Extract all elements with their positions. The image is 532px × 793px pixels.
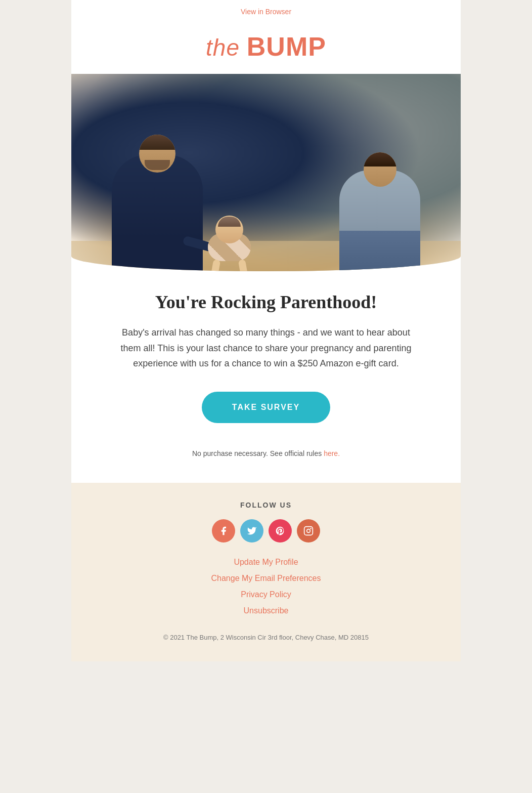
hero-image xyxy=(71,74,461,271)
disclaimer-text: No purchase necessary. See official rule… xyxy=(192,449,324,457)
footer-section: FOLLOW US xyxy=(71,483,461,661)
main-heading: You're Rocking Parenthood! xyxy=(112,291,420,313)
disclaimer: No purchase necessary. See official rule… xyxy=(112,449,420,457)
official-rules-link[interactable]: here. xyxy=(324,449,340,457)
change-email-link[interactable]: Change My Email Preferences xyxy=(92,574,440,583)
logo: the BUMP xyxy=(206,32,326,61)
svg-rect-0 xyxy=(304,526,313,535)
update-profile-link[interactable]: Update My Profile xyxy=(92,558,440,567)
follow-us-label: FOLLOW US xyxy=(92,501,440,509)
svg-point-2 xyxy=(310,528,312,529)
email-wrapper: View in Browser the BUMP xyxy=(0,0,532,661)
facebook-icon[interactable] xyxy=(212,519,235,542)
copyright-text: © 2021 The Bump, 2 Wisconsin Cir 3rd flo… xyxy=(92,634,440,641)
logo-section: the BUMP xyxy=(71,21,461,74)
footer-links: Update My Profile Change My Email Prefer… xyxy=(92,558,440,615)
content-section: You're Rocking Parenthood! Baby's arriva… xyxy=(71,271,461,483)
unsubscribe-link[interactable]: Unsubscribe xyxy=(92,606,440,615)
social-icons-row xyxy=(92,519,440,542)
instagram-icon[interactable] xyxy=(297,519,320,542)
logo-the: the xyxy=(206,34,247,61)
twitter-icon[interactable] xyxy=(240,519,263,542)
body-text: Baby's arrival has changed so many thing… xyxy=(112,325,420,371)
logo-bump: BUMP xyxy=(247,32,326,61)
top-bar: View in Browser xyxy=(71,0,461,21)
take-survey-button[interactable]: TAKE SURVEY xyxy=(202,392,330,423)
privacy-policy-link[interactable]: Privacy Policy xyxy=(92,590,440,599)
hero-container xyxy=(71,74,461,271)
view-in-browser-link[interactable]: View in Browser xyxy=(241,8,291,16)
pinterest-icon[interactable] xyxy=(269,519,292,542)
svg-point-1 xyxy=(307,529,311,532)
